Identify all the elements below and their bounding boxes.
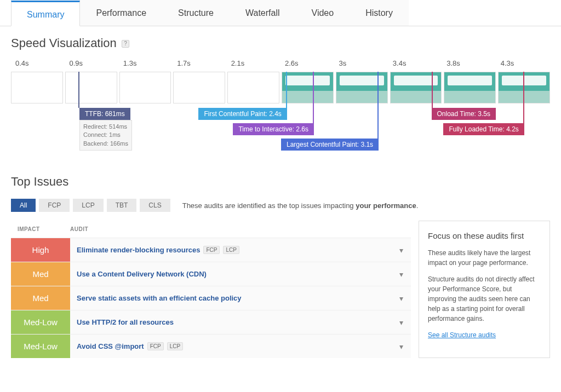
chevron-down-icon[interactable]: ▾ (391, 335, 411, 358)
issue-row[interactable]: HighEliminate render-blocking resourcesF… (11, 238, 411, 262)
tab-waterfall[interactable]: Waterfall (230, 0, 296, 26)
filter-lcp[interactable]: LCP (73, 199, 103, 212)
speed-viz-title-text: Speed Visualization (11, 36, 117, 50)
issue-row[interactable]: MedUse a Content Delivery Network (CDN)▾ (11, 262, 411, 286)
onl-badge: Onload Time: 3.5s (432, 108, 496, 120)
issues-body: IMPACT AUDIT HighEliminate render-blocki… (11, 221, 550, 358)
impact-badge: Med (11, 286, 70, 310)
fdesc-bold: your performance (356, 201, 416, 210)
chevron-down-icon[interactable]: ▾ (391, 262, 411, 286)
filter-buttons: AllFCPLCPTBTCLS (11, 199, 170, 212)
chevron-down-icon[interactable]: ▾ (391, 238, 411, 262)
time-label: 2.6s (280, 56, 334, 71)
audit-title: Serve static assets with an efficient ca… (77, 294, 242, 302)
table-header: IMPACT AUDIT (11, 221, 411, 238)
fdesc-pre: These audits are identified as the top i… (182, 201, 356, 210)
focus-p1: These audits likely have the largest imp… (428, 248, 541, 268)
top-issues-title: Top Issues (11, 165, 550, 194)
chevron-down-icon[interactable]: ▾ (391, 310, 411, 334)
speed-viz-title: Speed Visualization ? (0, 26, 561, 56)
ttfb-detail: Connect: 1ms (83, 131, 128, 139)
col-impact: IMPACT (11, 226, 70, 232)
time-label: 3s (334, 56, 388, 71)
impact-badge: Med-Low (11, 335, 70, 358)
impact-badge: Med (11, 262, 70, 286)
time-label: 1.3s (119, 56, 173, 71)
audit-tag: LCP (223, 246, 239, 254)
focus-title: Focus on these audits first (428, 230, 541, 243)
ttfb-details: Redirect: 514msConnect: 1msBackend: 166m… (79, 120, 132, 151)
timeline-header: 0.4s0.9s1.3s1.7s2.1s2.6s3s3.4s3.8s4.3s (11, 56, 550, 71)
speed-visualization-section: Speed Visualization ? 0.4s0.9s1.3s1.7s2.… (0, 26, 561, 159)
focus-panel: Focus on these audits first These audits… (419, 221, 550, 358)
audit-tag: FCP (203, 246, 220, 254)
issue-row[interactable]: MedServe static assets with an efficient… (11, 286, 411, 310)
audit-title: Avoid CSS @import (77, 342, 144, 350)
filter-fcp[interactable]: FCP (39, 199, 70, 212)
fdesc-post: . (416, 201, 419, 210)
ttfb-badge: TTFB: 681ms (79, 108, 130, 120)
issue-row[interactable]: Med-LowAvoid CSS @importFCPLCP▾ (11, 334, 411, 358)
main-tabs: SummaryPerformanceStructureWaterfallVide… (0, 0, 561, 26)
timeline-markers: TTFB: 681msRedirect: 514msConnect: 1msBa… (11, 72, 550, 148)
fcp-badge: First Contentful Paint: 2.4s (198, 108, 287, 120)
ttfb-detail: Redirect: 514ms (83, 123, 128, 131)
time-label: 4.3s (496, 56, 550, 71)
impact-badge: Med-Low (11, 310, 70, 334)
tab-performance[interactable]: Performance (80, 0, 162, 26)
audit-cell: Use HTTP/2 for all resources (70, 310, 391, 334)
audit-tag: FCP (147, 342, 164, 350)
time-label: 0.4s (11, 56, 65, 71)
filter-row: AllFCPLCPTBTCLS These audits are identif… (11, 199, 550, 212)
col-audit: AUDIT (70, 226, 88, 232)
impact-badge: High (11, 238, 70, 262)
tab-video[interactable]: Video (296, 0, 350, 26)
lcp-badge: Largest Contentful Paint: 3.1s (281, 139, 379, 151)
help-icon[interactable]: ? (122, 40, 129, 48)
tab-summary[interactable]: Summary (11, 1, 80, 26)
flt-badge: Fully Loaded Time: 4.2s (443, 123, 524, 135)
time-label: 3.4s (388, 56, 442, 71)
tab-history[interactable]: History (350, 0, 409, 26)
audit-cell: Avoid CSS @importFCPLCP (70, 335, 391, 358)
audit-title: Use a Content Delivery Network (CDN) (77, 270, 207, 278)
timeline: 0.4s0.9s1.3s1.7s2.1s2.6s3s3.4s3.8s4.3s T… (0, 56, 561, 159)
issue-row[interactable]: Med-LowUse HTTP/2 for all resources▾ (11, 310, 411, 334)
issues-table: IMPACT AUDIT HighEliminate render-blocki… (11, 221, 411, 358)
ttfb-detail: Backend: 166ms (83, 140, 128, 148)
filter-tbt[interactable]: TBT (107, 199, 137, 212)
focus-p2: Structure audits do not directly affect … (428, 274, 541, 324)
top-issues-section: Top Issues AllFCPLCPTBTCLS These audits … (0, 159, 561, 369)
chevron-down-icon[interactable]: ▾ (391, 286, 411, 310)
filter-description: These audits are identified as the top i… (182, 201, 419, 210)
time-label: 2.1s (227, 56, 280, 71)
tab-structure[interactable]: Structure (162, 0, 230, 26)
audit-title: Eliminate render-blocking resources (77, 246, 200, 254)
audit-tag: LCP (167, 342, 183, 350)
audit-cell: Eliminate render-blocking resourcesFCPLC… (70, 238, 391, 262)
tti-badge: Time to Interactive: 2.6s (233, 123, 314, 135)
filter-cls[interactable]: CLS (140, 199, 170, 212)
audit-title: Use HTTP/2 for all resources (77, 318, 174, 326)
audit-cell: Use a Content Delivery Network (CDN) (70, 262, 391, 286)
audit-cell: Serve static assets with an efficient ca… (70, 286, 391, 310)
time-label: 3.8s (442, 56, 496, 71)
see-all-structure-link[interactable]: See all Structure audits (428, 331, 496, 339)
time-label: 0.9s (65, 56, 118, 71)
filter-all[interactable]: All (11, 199, 36, 212)
time-label: 1.7s (173, 56, 226, 71)
